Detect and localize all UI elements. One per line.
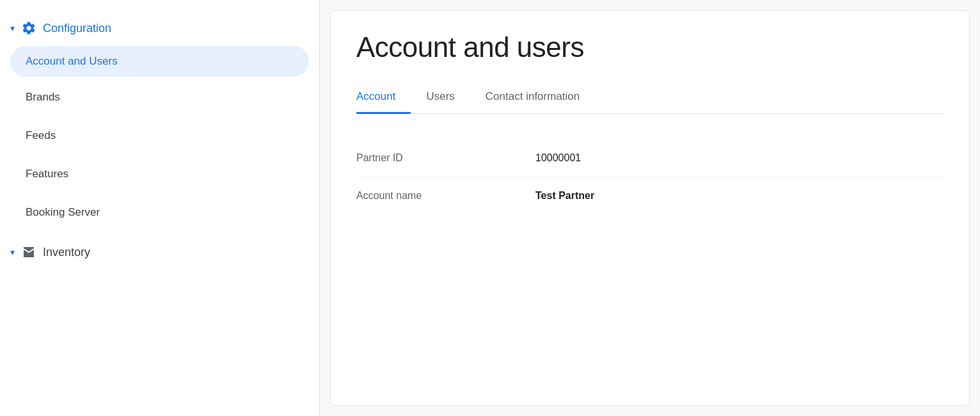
tab-account[interactable]: Account (356, 81, 411, 114)
account-name-value: Test Partner (535, 190, 594, 202)
sidebar-item-booking-server-label: Booking Server (26, 206, 100, 218)
sidebar-nav: Account and Users Brands Feeds Features … (0, 46, 319, 230)
sidebar-item-account-users[interactable]: Account and Users (10, 46, 309, 77)
tabs-bar: Account Users Contact information (356, 81, 944, 114)
sidebar-configuration-header[interactable]: ▾ Configuration (0, 13, 319, 44)
sidebar-item-features-label: Features (26, 168, 68, 180)
sidebar-item-account-users-label: Account and Users (26, 55, 118, 67)
sidebar-item-feeds-label: Feeds (26, 129, 56, 141)
sidebar: ▾ Configuration Account and Users Brands… (0, 0, 320, 416)
sidebar-item-brands[interactable]: Brands (10, 79, 309, 115)
account-content: Partner ID 10000001 Account name Test Pa… (331, 114, 969, 240)
main-panel: Account and users Account Users Contact … (330, 10, 970, 406)
sidebar-item-brands-label: Brands (26, 91, 60, 103)
tab-contact-information[interactable]: Contact information (470, 81, 595, 114)
gear-icon (21, 20, 36, 36)
configuration-chevron-icon: ▾ (10, 23, 15, 33)
sidebar-inventory-section: ▾ Inventory (0, 237, 319, 268)
main-inner: Account and users Account Users Contact … (331, 11, 969, 114)
sidebar-inventory-header[interactable]: ▾ Inventory (10, 244, 309, 260)
partner-id-label: Partner ID (356, 152, 535, 164)
partner-id-row: Partner ID 10000001 (356, 140, 944, 177)
configuration-label: Configuration (43, 22, 111, 35)
sidebar-item-booking-server[interactable]: Booking Server (10, 195, 309, 230)
inventory-label: Inventory (43, 246, 90, 259)
partner-id-value: 10000001 (535, 152, 581, 164)
inventory-store-icon (21, 244, 36, 260)
account-name-label: Account name (356, 190, 535, 202)
page-title: Account and users (356, 31, 944, 63)
tab-contact-information-label: Contact information (486, 90, 580, 102)
tab-users-label: Users (426, 90, 454, 102)
tab-users[interactable]: Users (411, 81, 470, 114)
sidebar-item-feeds[interactable]: Feeds (10, 118, 309, 154)
account-name-row: Account name Test Partner (356, 177, 944, 214)
sidebar-item-features[interactable]: Features (10, 156, 309, 192)
inventory-chevron-icon: ▾ (10, 247, 15, 257)
tab-account-label: Account (356, 90, 395, 102)
